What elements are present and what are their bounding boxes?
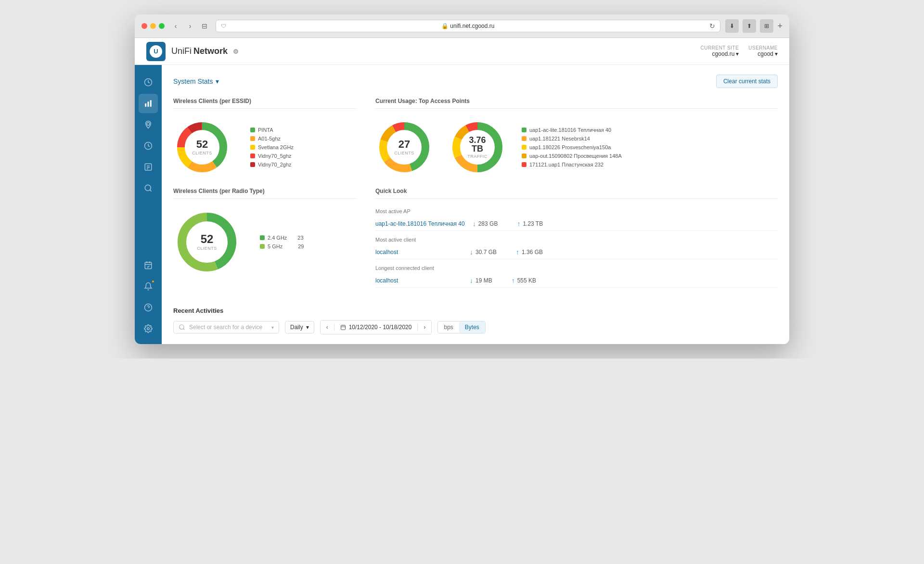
reports-icon — [144, 163, 153, 171]
forward-button[interactable]: › — [184, 20, 196, 32]
app-container: U UniFi Network CURRENT SITE cgood.ru ▾ — [135, 38, 789, 344]
longest-connected-upload: ↑ 555 KB — [512, 277, 536, 284]
ap-legend-item-3: uap1.180226 Prosvescheniya150a — [522, 144, 622, 150]
add-bookmark-button[interactable]: ⊞ — [760, 19, 773, 33]
insights-icon — [144, 184, 153, 192]
pinta-label: PINTA — [258, 127, 273, 133]
radio-total-label: CLIENTS — [197, 246, 217, 251]
ap4-legend-dot — [522, 154, 526, 158]
unit-toggle: bps Bytes — [437, 321, 485, 333]
ap1-label: uap1-ac-lite.181016 Тепличная 40 — [529, 127, 611, 133]
quick-look-title: Quick Look — [375, 188, 778, 199]
username-value[interactable]: cgood ▾ — [757, 51, 778, 57]
client-upload-arrow-icon: ↑ — [516, 248, 519, 256]
sidebar-item-reports[interactable] — [139, 157, 158, 177]
ap-legend-item-1: uap1-ac-lite.181016 Тепличная 40 — [522, 127, 622, 133]
tab-view-button[interactable]: ⊟ — [198, 20, 211, 32]
longest-connected-ul-value: 555 KB — [517, 277, 536, 284]
security-shield-icon: 🛡 — [221, 23, 226, 29]
radio-donut-wrapper: 52 CLIENTS — [173, 208, 241, 276]
activity-controls: Select or search for a device ▾ Daily ▾ … — [173, 320, 778, 334]
minimize-button[interactable] — [150, 23, 156, 29]
ap-clients-number: 27 — [394, 139, 414, 150]
sidebar-item-events[interactable] — [139, 136, 158, 155]
date-next-button[interactable]: › — [418, 320, 431, 334]
date-range-value: 10/12/2020 - 10/18/2020 — [349, 324, 412, 331]
legend-item-svetlana: Svetlana 2GHz — [250, 144, 294, 150]
sidebar-item-settings[interactable] — [139, 319, 158, 338]
wireless-per-essid-donut: 52 CLIENTS — [173, 118, 231, 176]
clear-stats-button[interactable]: Clear current stats — [716, 75, 778, 88]
system-stats-button[interactable]: System Stats ▾ — [173, 77, 219, 85]
network-text: Network — [193, 46, 228, 56]
longest-connected-name[interactable]: localhost — [375, 277, 462, 284]
legend-item-a01: A01-5ghz — [250, 136, 294, 141]
most-active-client-name[interactable]: localhost — [375, 249, 462, 256]
traffic-lights — [141, 23, 165, 29]
unifi-text: UniFi — [171, 46, 192, 56]
app-name: UniFi Network — [171, 46, 228, 56]
sidebar — [135, 65, 162, 344]
quick-look-content: Most active AP uap1-ac-lite.181016 Тепли… — [375, 208, 778, 288]
address-bar[interactable]: 🛡 🔒 unifi.net.cgood.ru ↻ — [216, 20, 720, 32]
system-stats-label: System Stats — [173, 77, 213, 85]
sidebar-item-statistics[interactable] — [139, 94, 158, 113]
bytes-unit-button[interactable]: Bytes — [459, 321, 485, 333]
quick-look-section: Quick Look Most active AP uap1-ac-lite.1… — [375, 188, 778, 294]
lc-upload-arrow-icon: ↑ — [512, 277, 515, 284]
content-area: System Stats ▾ Clear current stats Wirel… — [162, 65, 789, 344]
device-search-input[interactable]: Select or search for a device ▾ — [173, 321, 279, 333]
vidny5-legend-dot — [250, 154, 255, 158]
most-active-ap-section: Most active AP uap1-ac-lite.181016 Тепли… — [375, 208, 778, 231]
new-tab-button[interactable]: + — [777, 21, 783, 31]
most-active-ap-dl-value: 283 GB — [478, 220, 498, 227]
bottom-row: Wireless Clients (per Radio Type) — [173, 188, 778, 294]
schedule-icon — [144, 261, 153, 269]
statistics-icon — [144, 99, 153, 108]
most-active-ap-name[interactable]: uap1-ac-lite.181016 Тепличная 40 — [375, 220, 465, 227]
ap3-label: uap1.180226 Prosvescheniya150a — [529, 144, 611, 150]
sidebar-item-schedule[interactable] — [139, 256, 158, 275]
svg-rect-12 — [145, 262, 152, 269]
app-body: System Stats ▾ Clear current stats Wirel… — [135, 65, 789, 344]
a01-legend-dot — [250, 136, 255, 141]
current-site-value[interactable]: cgood.ru ▾ — [712, 51, 739, 57]
app-header: U UniFi Network CURRENT SITE cgood.ru ▾ — [135, 38, 789, 65]
ap2-label: uap1.181221 Nesebrsk14 — [529, 136, 590, 141]
period-select[interactable]: Daily ▾ — [285, 321, 314, 333]
back-button[interactable]: ‹ — [169, 20, 182, 32]
sidebar-item-insights[interactable] — [139, 179, 158, 198]
period-chevron-icon: ▾ — [306, 324, 309, 331]
most-active-ap-upload: ↑ 1.23 TB — [517, 220, 543, 228]
longest-connected-section: Longest connected client localhost ↓ 19 … — [375, 265, 778, 288]
bps-unit-button[interactable]: bps — [438, 321, 459, 333]
browser-toolbar: ‹ › ⊟ 🛡 🔒 unifi.net.cgood.ru ↻ ⬇ ⬆ ⊞ + — [135, 14, 789, 38]
5ghz-label: 5 GHz — [268, 244, 282, 249]
24ghz-label: 2.4 GHz — [268, 235, 287, 241]
date-prev-button[interactable]: ‹ — [321, 320, 334, 334]
sidebar-item-notifications[interactable] — [139, 277, 158, 296]
reload-button[interactable]: ↻ — [709, 22, 715, 30]
device-search-placeholder: Select or search for a device — [189, 324, 268, 331]
longest-connected-row: localhost ↓ 19 MB ↑ 555 KB — [375, 274, 778, 288]
most-active-client-label: Most active client — [375, 237, 778, 243]
fullscreen-button[interactable] — [159, 23, 165, 29]
user-dropdown-icon: ▾ — [775, 51, 778, 57]
ap-traffic-label: TRAFFIC — [463, 154, 492, 159]
download-button[interactable]: ⬇ — [725, 19, 739, 33]
pinta-legend-dot — [250, 128, 255, 132]
legend-item-vidny2: Vidny70_2ghz — [250, 162, 294, 167]
sidebar-item-dashboard[interactable] — [139, 73, 158, 92]
sidebar-item-map[interactable] — [139, 115, 158, 134]
share-button[interactable]: ⬆ — [743, 19, 756, 33]
svg-line-37 — [183, 329, 185, 330]
dashboard-icon — [144, 78, 153, 87]
24ghz-legend-dot — [260, 235, 265, 240]
svg-rect-38 — [341, 325, 345, 330]
most-active-client-upload: ↑ 1.36 GB — [516, 248, 543, 256]
ap-legend-item-2: uap1.181221 Nesebrsk14 — [522, 136, 622, 141]
close-button[interactable] — [141, 23, 147, 29]
events-icon — [144, 141, 153, 150]
sidebar-item-help[interactable] — [139, 298, 158, 317]
most-active-client-section: Most active client localhost ↓ 30.7 GB — [375, 237, 778, 259]
